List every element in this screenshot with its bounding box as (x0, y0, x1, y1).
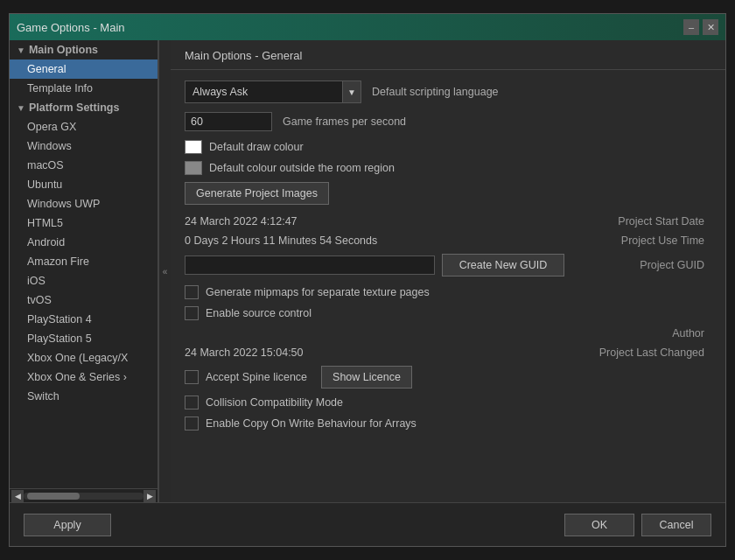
generate-project-images-button[interactable]: Generate Project Images (185, 182, 329, 205)
dropdown-value: Always Ask (192, 86, 248, 98)
show-licence-button[interactable]: Show Licence (321, 366, 412, 388)
sidebar-item-label: Ubuntu (27, 178, 62, 191)
outside-colour-swatch[interactable] (185, 161, 202, 175)
collision-compat-checkbox[interactable] (185, 396, 199, 410)
accept-spine-checkbox[interactable] (185, 370, 199, 384)
close-button[interactable]: ✕ (703, 19, 718, 35)
collision-compat-row: Collision Compatibility Mode (185, 396, 711, 410)
sidebar-item-ubuntu[interactable]: Ubuntu (10, 175, 158, 194)
project-start-date-row: 24 March 2022 4:12:47 Project Start Date (185, 215, 711, 228)
sidebar-item-label: Xbox One & Series › (27, 371, 127, 383)
project-guid-row: Create New GUID Project GUID (185, 254, 711, 276)
sidebar-collapse-button[interactable]: « (158, 40, 171, 502)
triangle-icon: ▼ (17, 103, 25, 113)
collapse-icon: « (163, 267, 168, 276)
default-draw-colour-label: Default draw colour (209, 141, 304, 153)
fps-input[interactable] (185, 112, 272, 131)
sidebar-item-ios[interactable]: iOS (10, 271, 158, 290)
title-bar: Game Options - Main – ✕ (10, 14, 725, 40)
sidebar-item-label: Template Info (27, 82, 93, 94)
sidebar-item-label: tvOS (27, 294, 52, 306)
generate-mipmaps-checkbox[interactable] (185, 285, 199, 299)
scripting-language-label: Default scripting language (372, 86, 499, 98)
sidebar-item-playstation4[interactable]: PlayStation 4 (10, 310, 158, 329)
scripting-language-dropdown[interactable]: Always Ask (185, 80, 342, 103)
scripting-language-row: Always Ask ▼ Default scripting language (185, 80, 711, 103)
sidebar-item-platform-settings[interactable]: ▼ Platform Settings (10, 98, 158, 117)
sidebar-item-label: Amazon Fire (27, 256, 89, 268)
title-controls: – ✕ (683, 19, 718, 35)
sidebar-item-playstation5[interactable]: PlayStation 5 (10, 329, 158, 348)
sidebar-item-html5[interactable]: HTML5 (10, 214, 158, 233)
guid-input[interactable] (185, 256, 435, 275)
sidebar-item-xbox-series[interactable]: Xbox One & Series › (10, 368, 158, 387)
project-use-time-value: 0 Days 2 Hours 11 Minutes 54 Seconds (185, 234, 571, 247)
sidebar-item-label: Platform Settings (29, 102, 120, 114)
sidebar-item-label: PlayStation 5 (27, 332, 92, 345)
project-use-time-row: 0 Days 2 Hours 11 Minutes 54 Seconds Pro… (185, 234, 711, 247)
default-draw-colour-row: Default draw colour (185, 140, 711, 154)
project-guid-label: Project GUID (571, 259, 711, 271)
cancel-button[interactable]: Cancel (641, 514, 711, 536)
project-start-date-label: Project Start Date (571, 215, 711, 228)
game-options-dialog: Game Options - Main – ✕ ▼ Main Options G… (9, 13, 726, 547)
sidebar-hscroll: ◀ ▶ (10, 488, 158, 502)
sidebar-item-android[interactable]: Android (10, 233, 158, 252)
accept-spine-label: Accept Spine licence (206, 371, 307, 383)
author-label: Author (571, 327, 711, 340)
ok-button[interactable]: OK (564, 514, 634, 536)
dialog-content: ▼ Main Options General Template Info ▼ P… (10, 40, 725, 502)
sidebar-item-label: General (27, 63, 66, 75)
scroll-thumb (27, 493, 80, 500)
sidebar-item-switch[interactable]: Switch (10, 387, 158, 406)
sidebar-item-label: Android (27, 236, 65, 248)
sidebar-item-label: HTML5 (27, 217, 63, 229)
default-colour-outside-row: Default colour outside the room region (185, 161, 711, 175)
minimize-button[interactable]: – (683, 19, 699, 35)
sidebar-item-label: Xbox One (Legacy/X (27, 352, 128, 364)
project-last-changed-value: 24 March 2022 15:04:50 (185, 346, 571, 359)
dialog-title: Game Options - Main (17, 21, 125, 34)
sidebar-item-label: Windows (27, 140, 72, 152)
main-panel: Main Options - General Always Ask ▼ Defa… (171, 40, 725, 502)
bottom-right: OK Cancel (564, 514, 711, 536)
sidebar-item-main-options[interactable]: ▼ Main Options (10, 40, 158, 60)
sidebar-item-amazon-fire[interactable]: Amazon Fire (10, 252, 158, 271)
author-row: Author (185, 327, 711, 340)
sidebar-item-label: macOS (27, 159, 64, 172)
create-guid-button[interactable]: Create New GUID (442, 254, 564, 276)
dropdown-arrow-button[interactable]: ▼ (342, 80, 361, 103)
default-colour-outside-label: Default colour outside the room region (209, 162, 395, 174)
sidebar-item-xbox-legacy[interactable]: Xbox One (Legacy/X (10, 348, 158, 368)
apply-button[interactable]: Apply (24, 514, 111, 536)
scroll-track (24, 493, 144, 500)
sidebar-item-tvos[interactable]: tvOS (10, 290, 158, 310)
project-start-date-value: 24 March 2022 4:12:47 (185, 215, 571, 228)
chevron-down-icon: ▼ (347, 88, 356, 97)
sidebar-item-label: Windows UWP (27, 198, 100, 210)
fps-label: Game frames per second (283, 116, 406, 128)
project-last-changed-row: 24 March 2022 15:04:50 Project Last Chan… (185, 346, 711, 359)
sidebar-item-windows-uwp[interactable]: Windows UWP (10, 194, 158, 214)
sidebar-item-template-info[interactable]: Template Info (10, 79, 158, 98)
scroll-left-button[interactable]: ◀ (11, 490, 24, 502)
sidebar-item-general[interactable]: General (10, 60, 158, 79)
draw-colour-swatch[interactable] (185, 140, 202, 154)
dropdown-container: Always Ask ▼ (185, 80, 361, 103)
enable-source-control-checkbox[interactable] (185, 306, 199, 320)
accept-spine-row: Accept Spine licence Show Licence (185, 366, 711, 388)
sidebar-item-label: PlayStation 4 (27, 313, 92, 326)
scroll-right-button[interactable]: ▶ (144, 490, 156, 502)
generate-images-row: Generate Project Images (185, 182, 711, 205)
sidebar-item-label: Main Options (29, 44, 98, 56)
sidebar-item-windows[interactable]: Windows (10, 136, 158, 156)
sidebar-item-opera-gx[interactable]: Opera GX (10, 117, 158, 136)
sidebar-item-label: iOS (27, 275, 46, 287)
collision-compat-label: Collision Compatibility Mode (206, 396, 343, 409)
panel-body: Always Ask ▼ Default scripting language … (171, 70, 725, 502)
enable-copy-on-write-label: Enable Copy On Write Behaviour for Array… (206, 417, 416, 430)
triangle-icon: ▼ (17, 46, 25, 55)
sidebar-item-macos[interactable]: macOS (10, 156, 158, 175)
enable-copy-on-write-checkbox[interactable] (185, 416, 199, 430)
sidebar-item-label: Opera GX (27, 121, 76, 133)
